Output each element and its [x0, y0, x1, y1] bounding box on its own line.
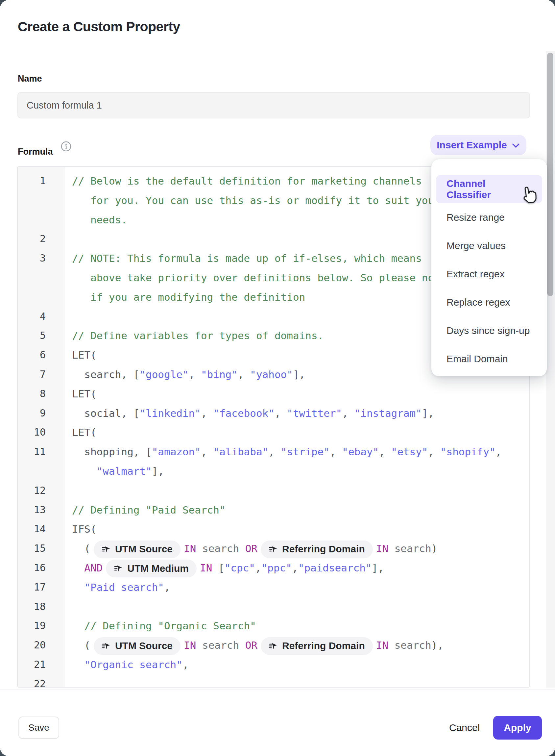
code-token: ) [431, 543, 438, 554]
insert-example-button[interactable]: Insert Example [430, 135, 526, 155]
code-line: IFS( [64, 519, 529, 539]
code-line: social, ["linkedin", "facebook", "twitte… [64, 404, 529, 423]
editor-row: 17 "Paid search", [18, 578, 529, 597]
property-token-label: UTM Medium [127, 559, 189, 578]
code-token: , [268, 446, 281, 457]
property-token-label: Referring Domain [282, 540, 365, 558]
code-token: , [274, 407, 287, 419]
line-number: 5 [18, 326, 64, 346]
code-token [72, 465, 97, 477]
line-number: 6 [18, 346, 64, 365]
code-token: // Define variables for types of domains… [72, 330, 324, 342]
code-line: LET( [64, 384, 529, 404]
code-line: "walmart"], [64, 462, 529, 481]
code-token: IN [376, 543, 388, 554]
code-token: , [379, 446, 391, 457]
property-token-icon [269, 641, 278, 651]
menu-item-email-domain[interactable]: Email Domain [436, 345, 542, 373]
line-number: 22 [18, 674, 64, 687]
insert-example-label: Insert Example [437, 140, 507, 151]
code-token: OR [245, 543, 257, 554]
code-token: "shopify" [440, 446, 496, 457]
code-token: , [182, 659, 189, 671]
property-token-icon [269, 545, 278, 554]
menu-item-channel-classifier[interactable]: Channel Classifier [436, 175, 542, 203]
line-number: 17 [18, 578, 64, 597]
line-number: 21 [18, 655, 64, 674]
code-token: LET( [72, 388, 97, 400]
code-token: ( [72, 639, 90, 651]
property-token-label: Referring Domain [282, 636, 365, 655]
apply-button[interactable]: Apply [493, 716, 542, 740]
menu-item-resize-range[interactable]: Resize range [436, 203, 542, 232]
property-token-chip[interactable]: Referring Domain [261, 637, 373, 655]
code-token: "paidsearch" [298, 562, 372, 574]
code-token: ), [431, 639, 443, 651]
property-token-chip[interactable]: UTM Source [94, 541, 180, 558]
code-token: "etsy" [391, 446, 428, 457]
property-token-chip[interactable]: UTM Source [94, 637, 180, 655]
editor-row: 13// Defining "Paid Search" [18, 501, 529, 520]
code-token: "alibaba" [213, 446, 268, 457]
name-input-value: Custom formula 1 [27, 100, 102, 111]
line-number [18, 191, 64, 210]
cancel-button[interactable]: Cancel [444, 717, 484, 739]
line-number: 19 [18, 616, 64, 636]
code-token: // Defining "Paid Search" [72, 504, 225, 516]
code-token: "instagram" [354, 407, 422, 419]
property-token-chip[interactable]: UTM Medium [106, 560, 197, 578]
code-token: LET( [72, 349, 97, 361]
code-token: "ebay" [342, 446, 379, 457]
name-label: Name [18, 74, 42, 84]
line-number: 18 [18, 597, 64, 616]
code-token: , [496, 446, 502, 457]
code-token: needs. [72, 214, 127, 226]
code-token: // Below is the default definition for m… [72, 175, 422, 187]
modal-scrollbar-track[interactable] [546, 51, 555, 687]
code-token: IN [184, 543, 196, 554]
line-number: 11 [18, 442, 64, 462]
line-number: 4 [18, 307, 64, 326]
line-number [18, 268, 64, 287]
menu-item-replace-regex[interactable]: Replace regex [436, 288, 542, 316]
editor-row: 14IFS( [18, 519, 529, 539]
modal-scrollbar-thumb[interactable] [547, 53, 553, 296]
line-number: 20 [18, 636, 64, 655]
editor-row: 21 "Organic search", [18, 655, 529, 674]
line-number: 1 [18, 171, 64, 191]
code-token: search [196, 543, 245, 554]
line-number [18, 462, 64, 481]
code-token: "stripe" [281, 446, 330, 457]
save-button[interactable]: Save [18, 717, 59, 739]
code-token: , [255, 562, 261, 574]
editor-row: 20 (UTM SourceIN search ORReferring Doma… [18, 636, 529, 655]
editor-row: 12 [18, 481, 529, 501]
code-token: shopping, [ [72, 446, 152, 457]
menu-item-extract-regex[interactable]: Extract regex [436, 260, 542, 288]
editor-row: 11 shopping, ["amazon", "alibaba", "stri… [18, 442, 529, 462]
code-token: "bing" [201, 368, 238, 380]
code-token: ( [72, 543, 90, 554]
code-token: search [388, 543, 431, 554]
code-token: search [196, 639, 245, 651]
menu-item-merge-values[interactable]: Merge values [436, 232, 542, 260]
info-icon[interactable] [60, 141, 72, 152]
code-token: if you are modifying the definition [72, 291, 305, 303]
code-line [64, 597, 529, 616]
code-token: [ [212, 562, 224, 574]
editor-row: "walmart"], [18, 462, 529, 481]
code-token [72, 581, 84, 593]
code-line: shopping, ["amazon", "alibaba", "stripe"… [64, 442, 529, 462]
line-number: 3 [18, 249, 64, 268]
editor-row: 16 ANDUTM MediumIN ["cpc","ppc","paidsea… [18, 558, 529, 578]
name-input[interactable]: Custom formula 1 [17, 92, 530, 118]
code-token: , [238, 368, 250, 380]
property-token-chip[interactable]: Referring Domain [261, 541, 373, 558]
menu-item-days-since-sign-up[interactable]: Days since sign-up [436, 316, 542, 345]
code-token: IN [184, 639, 196, 651]
editor-row: 10LET( [18, 423, 529, 442]
property-token-icon [101, 641, 111, 651]
line-number: 13 [18, 501, 64, 520]
create-custom-property-modal: Create a Custom Property Name Custom for… [0, 0, 555, 756]
code-line [64, 674, 529, 687]
